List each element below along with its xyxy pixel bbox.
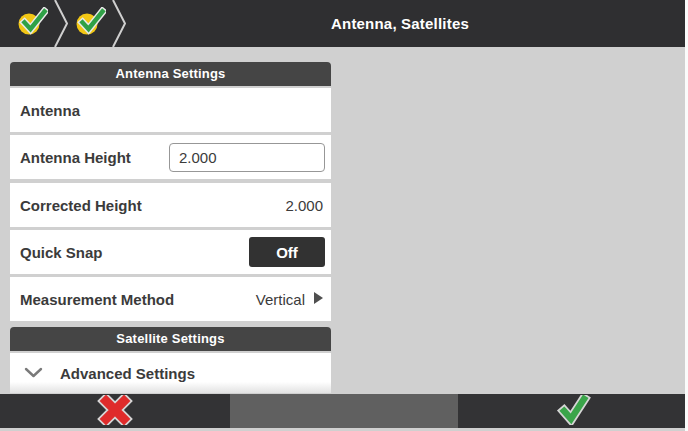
settings-panel: Antenna Settings Antenna Antenna Height … bbox=[10, 62, 331, 393]
cancel-button[interactable] bbox=[0, 394, 230, 428]
antenna-label: Antenna bbox=[20, 102, 80, 119]
satellite-settings-header: Satellite Settings bbox=[10, 327, 331, 351]
antenna-height-input[interactable] bbox=[169, 143, 325, 172]
measurement-method-value: Vertical bbox=[256, 291, 307, 308]
antenna-row[interactable]: Antenna bbox=[10, 88, 331, 132]
quick-snap-row: Quick Snap Off bbox=[10, 230, 331, 274]
advanced-settings-label: Advanced Settings bbox=[60, 365, 195, 382]
advanced-settings-row[interactable]: Advanced Settings bbox=[10, 353, 331, 393]
page-title: Antenna, Satellites bbox=[126, 15, 688, 32]
yellow-circle-green-check-icon bbox=[75, 7, 106, 40]
antenna-height-row: Antenna Height bbox=[10, 135, 331, 179]
breadcrumb bbox=[0, 0, 126, 47]
footer-middle-section bbox=[230, 394, 458, 428]
breadcrumb-step-1[interactable] bbox=[10, 0, 54, 47]
green-check-icon bbox=[555, 395, 591, 428]
antenna-settings-header: Antenna Settings bbox=[10, 62, 331, 86]
corrected-height-value: 2.000 bbox=[285, 197, 325, 214]
footer-bar bbox=[0, 394, 688, 428]
measurement-method-label: Measurement Method bbox=[20, 291, 174, 308]
corrected-height-label: Corrected Height bbox=[20, 197, 142, 214]
chevron-down-icon bbox=[24, 364, 43, 382]
corrected-height-row: Corrected Height 2.000 bbox=[10, 183, 331, 227]
antenna-height-label: Antenna Height bbox=[20, 149, 131, 166]
app-screen: Antenna, Satellites Antenna Settings Ant… bbox=[0, 0, 688, 431]
title-bar: Antenna, Satellites bbox=[0, 0, 688, 47]
quick-snap-toggle-button[interactable]: Off bbox=[249, 237, 325, 267]
quick-snap-label: Quick Snap bbox=[20, 244, 103, 261]
breadcrumb-step-2[interactable] bbox=[68, 0, 112, 47]
accept-button[interactable] bbox=[458, 394, 688, 428]
chevron-separator-icon bbox=[54, 0, 68, 47]
measurement-method-select[interactable]: Vertical bbox=[256, 290, 325, 308]
chevron-separator-icon bbox=[112, 0, 126, 47]
red-x-icon bbox=[97, 395, 133, 428]
yellow-circle-green-check-icon bbox=[17, 7, 48, 40]
triangle-right-icon bbox=[314, 290, 323, 308]
measurement-method-row[interactable]: Measurement Method Vertical bbox=[10, 277, 331, 321]
